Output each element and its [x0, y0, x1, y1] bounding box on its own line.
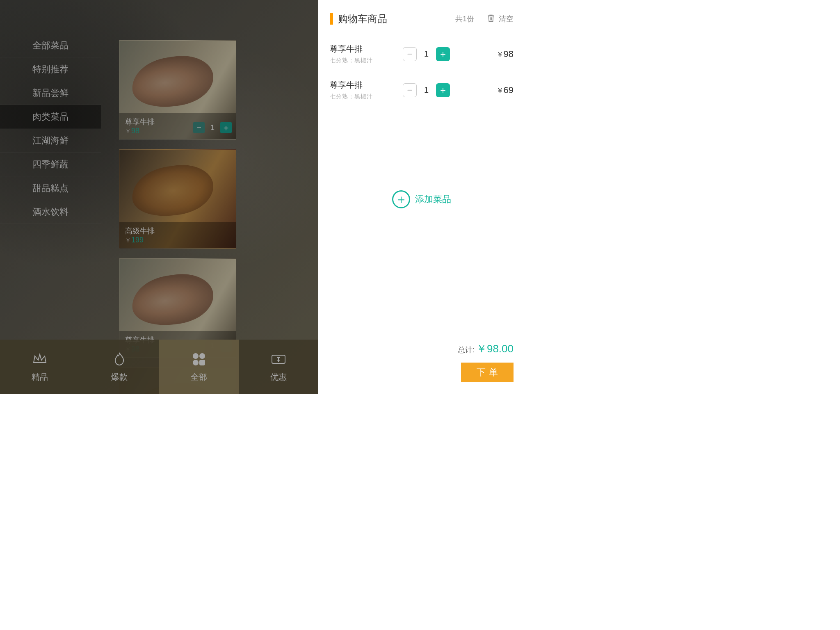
- cart-item-qty: 1: [424, 85, 429, 95]
- add-dish-label: 添加菜品: [415, 193, 451, 205]
- cart-title: 购物车商品: [338, 12, 387, 25]
- quantity-stepper: − 1 ＋: [403, 47, 450, 61]
- add-dish-button[interactable]: ＋ 添加菜品: [318, 190, 525, 208]
- total-label: 总计:: [458, 345, 475, 355]
- cart-item-info: 尊享牛排 七分熟；黑椒汁: [330, 80, 399, 100]
- cart-header: 购物车商品 共1份 清空: [318, 0, 525, 32]
- trash-icon: [486, 14, 495, 25]
- cart-item-info: 尊享牛排 七分熟；黑椒汁: [330, 43, 399, 64]
- app-root: 全部菜品 特别推荐 新品尝鲜 肉类菜品 江湖海鲜 四季鲜蔬 甜品糕点 酒水饮料 …: [0, 0, 525, 394]
- plus-button[interactable]: ＋: [436, 83, 450, 97]
- clear-label: 清空: [499, 14, 514, 24]
- cart-items: 尊享牛排 七分熟；黑椒汁 − 1 ＋ ￥98 尊享牛排 七分熟；黑椒汁 − 1: [318, 32, 525, 112]
- quantity-stepper: − 1 ＋: [403, 83, 450, 97]
- modal-overlay[interactable]: [0, 0, 318, 394]
- minus-button[interactable]: −: [403, 83, 417, 97]
- clear-cart-button[interactable]: 清空: [486, 14, 514, 25]
- total-line: 总计: ￥98.00: [458, 342, 514, 356]
- plus-button[interactable]: ＋: [436, 47, 450, 61]
- cart-item: 尊享牛排 七分熟；黑椒汁 − 1 ＋ ￥69: [330, 72, 514, 108]
- cart-item-name: 尊享牛排: [330, 80, 399, 91]
- cart-item-price: ￥98: [496, 49, 514, 59]
- place-order-button[interactable]: 下单: [461, 363, 514, 382]
- cart-panel: 购物车商品 共1份 清空 尊享牛排 七分熟；黑椒汁 − 1 ＋: [318, 0, 525, 394]
- cart-item: 尊享牛排 七分熟；黑椒汁 − 1 ＋ ￥98: [330, 36, 514, 72]
- main-panel: 全部菜品 特别推荐 新品尝鲜 肉类菜品 江湖海鲜 四季鲜蔬 甜品糕点 酒水饮料 …: [0, 0, 318, 394]
- total-amount: ￥98.00: [476, 342, 514, 356]
- cart-item-qty: 1: [424, 49, 429, 59]
- accent-bar: [330, 13, 333, 25]
- cart-footer: 总计: ￥98.00 下单: [318, 342, 525, 394]
- cart-item-price: ￥69: [496, 85, 514, 96]
- minus-button[interactable]: −: [403, 47, 417, 61]
- cart-item-name: 尊享牛排: [330, 43, 399, 55]
- cart-count: 共1份: [455, 14, 474, 24]
- plus-circle-icon: ＋: [392, 190, 410, 208]
- cart-item-sub: 七分熟；黑椒汁: [330, 93, 399, 100]
- cart-item-sub: 七分熟；黑椒汁: [330, 57, 399, 64]
